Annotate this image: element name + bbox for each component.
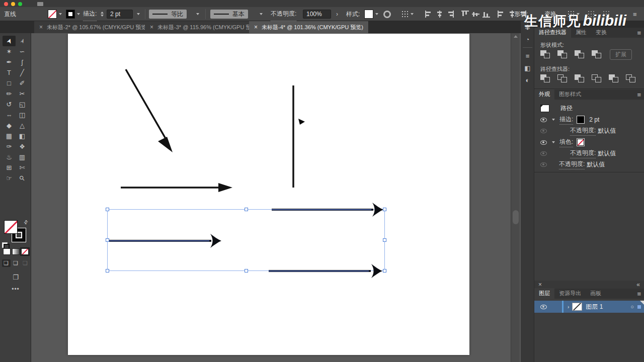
opacity-more[interactable]: › xyxy=(336,7,338,21)
appearance-row-opacity-fill[interactable]: 不透明度: 默认值 xyxy=(534,148,644,159)
canvas-area[interactable] xyxy=(31,33,521,362)
close-icon[interactable]: × xyxy=(538,281,542,288)
fill-link[interactable]: 填色: xyxy=(559,138,573,147)
appearance-row-fill[interactable]: 填色: xyxy=(534,137,644,148)
tool-lasso[interactable]: ∽ xyxy=(16,46,29,57)
stroke-link[interactable]: 描边: xyxy=(559,115,573,125)
brush-chevron[interactable] xyxy=(258,7,263,21)
tab-layers[interactable]: 图层 xyxy=(534,288,554,299)
stroke-color-chip[interactable] xyxy=(577,116,584,123)
close-window-button[interactable] xyxy=(4,2,8,6)
stroke-swatch[interactable] xyxy=(66,7,80,21)
zoom-window-button[interactable] xyxy=(18,2,22,6)
tool-paintbrush[interactable]: ✐ xyxy=(16,78,29,88)
divide-button[interactable] xyxy=(540,74,551,83)
align-top-button[interactable] xyxy=(461,11,469,18)
tool-symbol-sprayer[interactable]: ♨ xyxy=(3,152,16,162)
transform-label[interactable]: 变换 xyxy=(544,7,556,21)
stroke-weight-label[interactable]: 描边: xyxy=(83,7,97,21)
expand-button[interactable]: 扩展 xyxy=(610,49,632,60)
tool-rectangle[interactable]: □ xyxy=(3,78,16,88)
swap-fill-stroke-icon[interactable]: ⇄ xyxy=(22,219,29,226)
collapse-icon[interactable]: « xyxy=(636,281,640,288)
appearance-row-opacity-object[interactable]: 不透明度: 默认值 xyxy=(534,159,644,170)
visibility-eye-icon[interactable] xyxy=(540,151,547,156)
tool-blend[interactable]: ❖ xyxy=(16,141,29,152)
tab-graphic-styles[interactable]: 图形样式 xyxy=(554,89,586,100)
layer-thumbnail[interactable] xyxy=(572,303,582,311)
fill-color-indicator[interactable] xyxy=(4,220,18,234)
crop-button[interactable] xyxy=(592,74,603,83)
minus-front-button[interactable] xyxy=(557,50,569,59)
tool-gradient[interactable]: ◧ xyxy=(16,131,29,141)
window-tab-icon[interactable] xyxy=(37,2,43,6)
color-guide-icon[interactable]: ◔ xyxy=(521,33,534,45)
selected-arrow-middle[interactable] xyxy=(109,234,221,248)
align-center-h-button[interactable] xyxy=(436,11,443,18)
unite-button[interactable] xyxy=(540,50,551,59)
fill-swatch[interactable] xyxy=(48,7,62,21)
draw-normal-icon[interactable]: ❏ xyxy=(2,259,11,267)
tool-scale[interactable]: ◱ xyxy=(16,99,29,110)
expand-layer-icon[interactable]: › xyxy=(568,304,569,310)
selected-arrow-top[interactable] xyxy=(272,203,383,217)
align-grid-button[interactable] xyxy=(401,7,414,21)
vertical-scrollbar[interactable] xyxy=(511,33,520,362)
stroke-weight-dropdown[interactable] xyxy=(135,7,140,21)
tool-column-graph[interactable]: ▥ xyxy=(16,152,29,162)
arrow-horizontal[interactable] xyxy=(121,183,232,192)
tool-mesh[interactable]: ▦ xyxy=(3,131,16,141)
none-button[interactable] xyxy=(21,248,29,255)
align-bottom-button[interactable] xyxy=(482,11,490,18)
tab-untitled-3[interactable]: × 未标题-3* @ 115.96% (CMYK/GPU 预览) xyxy=(145,21,264,33)
arrow-diagonal[interactable] xyxy=(126,69,173,152)
layer-name[interactable]: 图层 1 xyxy=(586,303,603,311)
selected-arrow-bottom[interactable] xyxy=(269,264,382,278)
control-panel-menu-icon[interactable]: ≡ xyxy=(633,7,637,21)
gradient-panel-icon[interactable]: ◧ xyxy=(521,62,534,74)
tool-shape-builder[interactable]: ◆ xyxy=(3,120,16,131)
distribute-spacing-button[interactable] xyxy=(568,7,580,21)
scrollbar-thumb[interactable] xyxy=(513,210,519,224)
tab-artboards[interactable]: 画板 xyxy=(586,288,606,299)
visibility-eye-icon[interactable] xyxy=(540,140,547,145)
trim-button[interactable] xyxy=(557,74,569,83)
close-icon[interactable]: × xyxy=(150,24,153,31)
stroke-weight-value[interactable]: 2 pt xyxy=(107,10,133,19)
exclude-button[interactable] xyxy=(592,50,603,59)
screen-mode-icon[interactable]: ❐ xyxy=(0,274,31,281)
appearance-row-path[interactable]: 路径 xyxy=(534,103,644,114)
opacity-link[interactable]: 不透明度: xyxy=(570,149,596,158)
fill-color-chip[interactable] xyxy=(577,139,584,146)
visibility-eye-icon[interactable] xyxy=(540,162,547,167)
outline-button[interactable] xyxy=(609,74,620,83)
visibility-eye-icon[interactable] xyxy=(540,118,547,122)
gradient-button[interactable] xyxy=(12,248,20,255)
tool-rotate[interactable]: ↺ xyxy=(3,99,16,110)
opacity-label[interactable]: 不透明度: xyxy=(271,7,296,21)
draw-behind-icon[interactable]: ❏ xyxy=(12,259,20,267)
tool-type[interactable]: T xyxy=(3,67,16,78)
draw-inside-icon[interactable]: ❏ xyxy=(21,259,30,267)
tab-untitled-4[interactable]: × 未标题-4* @ 101.36% (CMYK/GPU 预览) xyxy=(249,21,369,33)
opacity-value[interactable]: 100% xyxy=(303,10,331,19)
tool-pen[interactable]: ✒ xyxy=(3,57,16,67)
width-profile-dropdown[interactable]: 等比 xyxy=(149,10,187,19)
tab-asset-export[interactable]: 资源导出 xyxy=(554,288,586,299)
tab-appearance[interactable]: 外观 xyxy=(534,89,554,100)
align-left-button[interactable] xyxy=(425,11,433,18)
close-icon[interactable]: × xyxy=(39,24,43,31)
tool-magic-wand[interactable]: ✶ xyxy=(3,46,16,57)
tool-line-segment[interactable]: ╱ xyxy=(16,67,29,78)
layer-target-icon[interactable]: ○ xyxy=(630,304,634,310)
tool-direct-selection[interactable]: ➢ xyxy=(16,36,29,46)
tool-slice[interactable]: ✄ xyxy=(16,162,29,173)
visibility-eye-icon[interactable] xyxy=(540,129,547,133)
tab-pathfinder[interactable]: 路径查找器 xyxy=(534,27,571,38)
layer-row[interactable]: › 图层 1 ○ xyxy=(534,301,644,313)
default-fill-stroke-icon[interactable] xyxy=(2,242,8,248)
appearance-row-stroke[interactable]: 描边: 2 pt xyxy=(534,114,644,125)
minus-back-button[interactable] xyxy=(626,74,637,83)
align-right-button[interactable] xyxy=(446,11,454,18)
appearance-row-opacity-stroke[interactable]: 不透明度: 默认值 xyxy=(534,125,644,136)
